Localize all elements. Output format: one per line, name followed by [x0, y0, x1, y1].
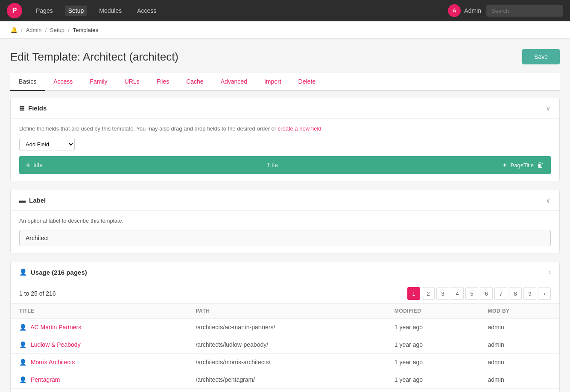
row-modby-2: admin — [479, 354, 559, 371]
fields-description: Define the fields that are used by this … — [19, 125, 551, 132]
add-field-select[interactable]: Add Field — [19, 138, 75, 151]
col-title: TITLE — [11, 304, 187, 319]
top-nav-right: A Admin — [448, 4, 563, 17]
page-btn-next[interactable]: › — [538, 287, 551, 300]
nav-access[interactable]: Access — [134, 6, 160, 16]
table-row: 👤 Pentagram /architects/pentagram/ 1 yea… — [11, 371, 559, 389]
fields-title: ⊞ Fields — [19, 105, 47, 112]
fields-card: ⊞ Fields ∨ Define the fields that are us… — [10, 98, 560, 181]
row-title-3: 👤 Pentagram — [11, 371, 187, 389]
breadcrumb-setup[interactable]: Setup — [50, 27, 64, 33]
usage-table: TITLE PATH MODIFIED MOD BY 👤 AC Martin P… — [11, 303, 559, 392]
tabs: Basics Access Family URLs Files Cache Ad… — [10, 73, 560, 91]
search-input[interactable] — [486, 5, 563, 17]
breadcrumb-templates: Templates — [73, 27, 98, 33]
nav-links: Pages Setup Modules Access — [32, 6, 438, 16]
create-field-link[interactable]: create a new field. — [278, 125, 323, 132]
row-icon-0: 👤 — [19, 324, 26, 331]
fields-card-header: ⊞ Fields ∨ — [11, 98, 559, 119]
breadcrumb-admin[interactable]: Admin — [26, 27, 42, 33]
row-title-0: 👤 AC Martin Partners — [11, 319, 187, 336]
row-modby-3: admin — [479, 371, 559, 389]
fields-body: Define the fields that are used by this … — [11, 119, 559, 181]
row-link-1[interactable]: Ludlow & Peabody — [31, 341, 81, 348]
bell-icon: 🔔 — [10, 26, 18, 33]
tab-advanced[interactable]: Advanced — [212, 73, 256, 91]
page-btn-5[interactable]: 5 — [465, 287, 478, 300]
label-input[interactable] — [19, 230, 551, 246]
row-link-3[interactable]: Pentagram — [31, 376, 60, 383]
usage-card: 👤 Usage (216 pages) › 1 to 25 of 216 1 2… — [10, 262, 560, 392]
usage-chevron-icon[interactable]: › — [549, 268, 551, 276]
field-row-right: ✦ PageTitle 🗑 — [502, 161, 544, 169]
field-star-icon: ✦ — [502, 162, 507, 168]
fields-chevron-icon[interactable]: ∨ — [546, 104, 551, 112]
field-delete-button[interactable]: 🗑 — [537, 161, 544, 169]
page-btn-7[interactable]: 7 — [494, 287, 507, 300]
usage-title: 👤 Usage (216 pages) — [19, 268, 87, 276]
row-modified-3: 1 year ago — [386, 371, 479, 389]
tab-access[interactable]: Access — [45, 73, 81, 91]
row-modby-0: admin — [479, 319, 559, 336]
admin-label: Admin — [464, 7, 481, 14]
row-modby-4: admin — [479, 389, 559, 392]
row-icon-1: 👤 — [19, 341, 26, 348]
field-row: + title Title ✦ PageTitle 🗑 — [19, 156, 551, 174]
table-row: 👤 Ludlow & Peabody /architects/ludlow-pe… — [11, 336, 559, 354]
usage-header: 👤 Usage (216 pages) › — [11, 262, 559, 282]
page-btn-4[interactable]: 4 — [451, 287, 464, 300]
field-badge: PageTitle — [511, 162, 534, 168]
page-title: Edit Template: Architect (architect) — [10, 50, 178, 64]
sep1: / — [21, 27, 23, 33]
results-count: 1 to 25 of 216 — [19, 290, 56, 297]
row-icon-3: 👤 — [19, 376, 26, 383]
label-body: An optional label to describe this templ… — [11, 211, 559, 253]
col-path: PATH — [187, 304, 386, 319]
pagination: 1 2 3 4 5 6 7 8 9 › — [407, 287, 551, 300]
row-link-2[interactable]: Morris Architects — [31, 359, 75, 366]
col-modby: MOD BY — [479, 304, 559, 319]
page-btn-6[interactable]: 6 — [480, 287, 493, 300]
tab-family[interactable]: Family — [81, 73, 116, 91]
tab-basics[interactable]: Basics — [10, 73, 45, 91]
table-row: 👤 AC Martin Partners /architects/ac-mart… — [11, 319, 559, 336]
tab-delete[interactable]: Delete — [290, 73, 324, 91]
label-chevron-icon[interactable]: ∨ — [546, 196, 551, 204]
tab-urls[interactable]: URLs — [116, 73, 148, 91]
row-link-0[interactable]: AC Martin Partners — [30, 324, 81, 331]
table-row: 👤 tvsdesign /architects/tvsdesign/ 1 yea… — [11, 389, 559, 392]
row-title-4: 👤 tvsdesign — [11, 389, 187, 392]
tab-import[interactable]: Import — [256, 73, 290, 91]
sep2: / — [45, 27, 47, 33]
page-btn-9[interactable]: 9 — [523, 287, 536, 300]
row-icon-2: 👤 — [19, 359, 26, 366]
field-name: title — [33, 162, 43, 168]
sep3: / — [68, 27, 70, 33]
field-plus-icon: + — [26, 161, 30, 169]
row-path-0: /architects/ac-martin-partners/ — [187, 319, 386, 336]
page-btn-1[interactable]: 1 — [407, 287, 420, 300]
page-btn-2[interactable]: 2 — [422, 287, 435, 300]
nav-setup[interactable]: Setup — [65, 6, 88, 16]
row-title-2: 👤 Morris Architects — [11, 354, 187, 371]
tab-cache[interactable]: Cache — [178, 73, 212, 91]
save-button[interactable]: Save — [522, 49, 560, 64]
tab-files[interactable]: Files — [148, 73, 178, 91]
label-heading: Label — [29, 197, 46, 204]
page-btn-3[interactable]: 3 — [436, 287, 449, 300]
col-modified: MODIFIED — [386, 304, 479, 319]
avatar[interactable]: A — [448, 4, 461, 17]
row-modified-2: 1 year ago — [386, 354, 479, 371]
nav-modules[interactable]: Modules — [96, 6, 125, 16]
label-card: ▬ Label ∨ An optional label to describe … — [10, 190, 560, 253]
fields-label: Fields — [28, 105, 47, 112]
page-btn-8[interactable]: 8 — [509, 287, 522, 300]
label-icon: ▬ — [19, 197, 26, 204]
nav-pages[interactable]: Pages — [32, 6, 56, 16]
row-path-2: /architects/morris-architects/ — [187, 354, 386, 371]
table-row: 👤 Morris Architects /architects/morris-a… — [11, 354, 559, 371]
row-title-1: 👤 Ludlow & Peabody — [11, 336, 187, 354]
app-logo[interactable]: P — [7, 3, 22, 18]
label-title: ▬ Label — [19, 197, 46, 204]
row-path-4: /architects/tvsdesign/ — [187, 389, 386, 392]
